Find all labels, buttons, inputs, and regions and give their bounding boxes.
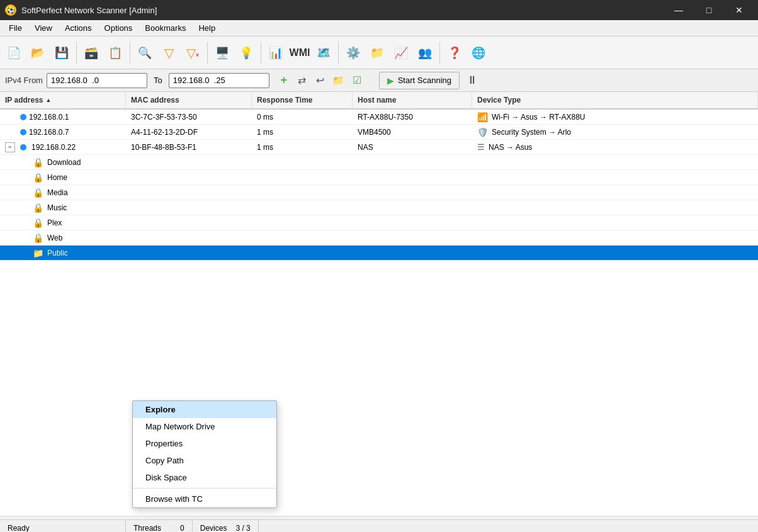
toolbar-sep2 xyxy=(130,42,130,64)
cell-ip-1: 192.168.0.1 xyxy=(0,113,126,122)
from-input[interactable] xyxy=(47,73,147,88)
status-dot-3 xyxy=(20,144,26,150)
ctx-explore[interactable]: Explore xyxy=(133,401,276,418)
cell-ip-2: 192.168.0.7 xyxy=(0,128,126,137)
cell-host-1: RT-AX88U-7350 xyxy=(353,113,472,122)
sort-arrow-ip: ▲ xyxy=(45,97,51,103)
lock-icon-media: 🔒 xyxy=(33,188,43,198)
ctx-properties[interactable]: Properties xyxy=(133,435,276,452)
table-row[interactable]: 192.168.0.7 A4-11-62-13-2D-DF 1 ms VMB45… xyxy=(0,125,758,140)
main-content: IP address ▲ MAC address Response Time H… xyxy=(0,92,758,516)
ipv4-from-label: IPv4 From xyxy=(5,76,43,85)
check-btn[interactable]: ☑ xyxy=(349,72,365,89)
col-header-devtype[interactable]: Device Type xyxy=(472,92,758,108)
toolbar-open-btn[interactable]: 📂 xyxy=(26,40,49,65)
status-threads: Threads 0 xyxy=(126,520,193,532)
table-row[interactable]: 192.168.0.1 3C-7C-3F-53-73-50 0 ms RT-AX… xyxy=(0,110,758,125)
nas-icon: ☰ xyxy=(477,142,485,152)
play-icon: ▶ xyxy=(387,76,394,86)
close-button[interactable]: ✕ xyxy=(725,0,753,20)
share-row-media[interactable]: 🔒 Media xyxy=(0,185,758,200)
shuffle-btn[interactable]: ⇄ xyxy=(294,72,310,89)
toolbar-filter-btn[interactable]: ▽ xyxy=(157,40,180,65)
share-row-plex[interactable]: 🔒 Plex xyxy=(0,215,758,230)
toolbar-stats-btn[interactable]: 📈 xyxy=(390,40,412,65)
lock-icon-web: 🔒 xyxy=(33,233,43,243)
expand-btn-3[interactable]: − xyxy=(5,142,15,152)
share-row-download[interactable]: 🔒 Download xyxy=(0,155,758,170)
to-label: To xyxy=(154,76,162,85)
threads-value: 0 xyxy=(180,524,184,533)
toolbar-export-btn[interactable]: 🗃️ xyxy=(80,40,103,65)
toolbar-options-btn[interactable]: ⚙️ xyxy=(342,40,365,65)
toolbar-new-btn[interactable]: 📄 xyxy=(3,40,25,65)
cell-resp-3: 1 ms xyxy=(252,143,353,152)
cell-devtype-3: ☰ NAS → Asus xyxy=(472,142,758,152)
col-header-mac[interactable]: MAC address xyxy=(126,92,252,108)
toolbar-graph-btn[interactable]: 📊 xyxy=(264,40,287,65)
col-header-resp[interactable]: Response Time xyxy=(252,92,353,108)
cell-ip-3: − 192.168.0.22 xyxy=(0,142,126,152)
security-icon: 🛡️ xyxy=(477,127,488,137)
lock-icon-download: 🔒 xyxy=(33,157,43,167)
share-row-web[interactable]: 🔒 Web xyxy=(0,230,758,246)
toolbar-sep6 xyxy=(439,42,440,64)
cell-resp-2: 1 ms xyxy=(252,128,353,137)
table-row[interactable]: − 192.168.0.22 10-BF-48-8B-53-F1 1 ms NA… xyxy=(0,140,758,155)
status-devices: Devices 3 / 3 xyxy=(193,520,259,532)
start-scanning-button[interactable]: ▶ Start Scanning xyxy=(379,72,460,89)
share-row-home[interactable]: 🔒 Home xyxy=(0,170,758,185)
pause-button[interactable]: ⏸ xyxy=(463,72,481,89)
toolbar-find-btn[interactable]: 🔍 xyxy=(133,40,156,65)
toolbar-sep1 xyxy=(76,42,77,64)
status-dot-1 xyxy=(20,114,26,120)
toolbar-sep3 xyxy=(207,42,208,64)
toolbar-import-btn[interactable]: 📋 xyxy=(104,40,127,65)
menu-bar: FileViewActionsOptionsBookmarksHelp xyxy=(0,20,758,37)
toolbar-help-btn[interactable]: ❓ xyxy=(443,40,466,65)
menu-item-options[interactable]: Options xyxy=(98,20,139,36)
toolbar-map-btn[interactable]: 🗺️ xyxy=(312,40,335,65)
folder-icon-public: 📁 xyxy=(33,248,43,258)
menu-item-file[interactable]: File xyxy=(3,20,28,36)
toolbar: 📄 📂 💾 🗃️ 📋 🔍 ▽ ▽× 🖥️ 💡 📊 WMI 🗺️ ⚙️ xyxy=(0,37,758,69)
toolbar-save-btn[interactable]: 💾 xyxy=(50,40,73,65)
ctx-separator xyxy=(133,488,276,489)
minimize-button[interactable]: — xyxy=(665,0,693,20)
cell-mac-3: 10-BF-48-8B-53-F1 xyxy=(126,143,252,152)
cell-host-3: NAS xyxy=(353,143,472,152)
folder-btn[interactable]: 📁 xyxy=(331,72,347,89)
toolbar-wake-btn[interactable]: 💡 xyxy=(235,40,257,65)
lock-icon-plex: 🔒 xyxy=(33,218,43,228)
maximize-button[interactable]: □ xyxy=(695,0,723,20)
cell-resp-1: 0 ms xyxy=(252,113,353,122)
toolbar-bookmarks-btn[interactable]: 📁 xyxy=(366,40,388,65)
toolbar-users-btn[interactable]: 👥 xyxy=(414,40,436,65)
col-header-ip[interactable]: IP address ▲ xyxy=(0,92,126,108)
status-ready: Ready xyxy=(0,520,126,532)
share-row-public[interactable]: 📁 Public xyxy=(0,246,758,261)
toolbar-filter-adv-btn[interactable]: ▽× xyxy=(181,40,204,65)
toolbar-web-btn[interactable]: 🌐 xyxy=(467,40,490,65)
to-input[interactable] xyxy=(169,73,269,88)
addr-actions: + ⇄ ↩ 📁 ☑ xyxy=(276,72,365,89)
toolbar-wmi-btn[interactable]: WMI xyxy=(288,40,311,65)
menu-item-bookmarks[interactable]: Bookmarks xyxy=(139,20,192,36)
add-range-btn[interactable]: + xyxy=(276,72,292,89)
menu-item-help[interactable]: Help xyxy=(192,20,222,36)
menu-item-actions[interactable]: Actions xyxy=(59,20,98,36)
ctx-disk-space[interactable]: Disk Space xyxy=(133,469,276,486)
ctx-map-network-drive[interactable]: Map Network Drive xyxy=(133,418,276,435)
share-row-music[interactable]: 🔒 Music xyxy=(0,200,758,215)
ctx-browse-with-tc[interactable]: Browse with TC xyxy=(133,490,276,507)
cell-mac-2: A4-11-62-13-2D-DF xyxy=(126,128,252,137)
cell-host-2: VMB4500 xyxy=(353,128,472,137)
ctx-copy-path[interactable]: Copy Path xyxy=(133,452,276,469)
lock-icon-home: 🔒 xyxy=(33,173,43,183)
col-header-host[interactable]: Host name xyxy=(353,92,472,108)
toolbar-scan-btn[interactable]: 🖥️ xyxy=(211,40,234,65)
back-btn[interactable]: ↩ xyxy=(312,72,329,89)
toolbar-sep4 xyxy=(261,42,261,64)
menu-item-view[interactable]: View xyxy=(28,20,59,36)
scan-label: Start Scanning xyxy=(398,76,451,85)
